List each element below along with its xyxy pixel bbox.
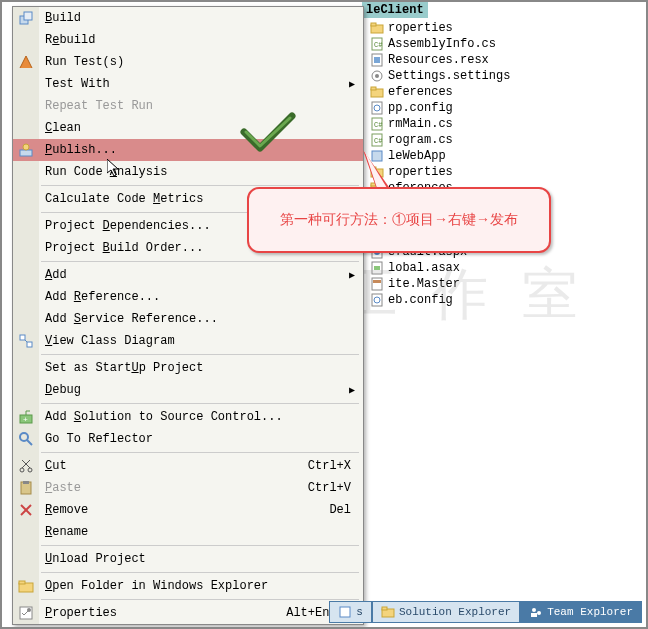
menu-item-debug[interactable]: Debug▶ (13, 379, 363, 401)
svg-rect-54 (382, 607, 387, 610)
tool-window-tabs: sSolution ExplorerTeam Explorer (329, 601, 642, 623)
tree-item-label: roperties (388, 165, 453, 179)
menu-item-label: Run Test(s) (45, 55, 124, 69)
menu-item-label: Add Solution to Source Control... (45, 410, 283, 424)
menu-item-add-solution-to-source-control[interactable]: +Add Solution to Source Control... (13, 406, 363, 428)
menu-separator (41, 545, 359, 546)
menu-item-rebuild[interactable]: Rebuild (13, 29, 363, 51)
menu-item-open-folder-in-windows-explorer[interactable]: Open Folder in Windows Explorer (13, 575, 363, 597)
svg-rect-31 (20, 150, 32, 156)
submenu-arrow-icon: ▶ (349, 384, 355, 396)
menu-item-label: Calculate Code Metrics (45, 192, 203, 206)
menu-item-label: Debug (45, 383, 81, 397)
tree-item[interactable]: C#rmMain.cs (370, 116, 646, 132)
proj-icon (370, 149, 384, 163)
svg-text:C#: C# (374, 121, 382, 129)
tree-item-label: rmMain.cs (388, 117, 453, 131)
menu-item-label: Project Build Order... (45, 241, 203, 255)
menu-item-run-code-analysis[interactable]: Run Code Analysis (13, 161, 363, 183)
menu-item-publish[interactable]: Publish... (13, 139, 363, 161)
tree-item[interactable]: eb.config (370, 292, 646, 308)
svg-rect-26 (373, 280, 381, 283)
menu-item-test-with[interactable]: Test With▶ (13, 73, 363, 95)
tree-item-label: roperties (388, 21, 453, 35)
menu-separator (41, 599, 359, 600)
tree-item[interactable]: C#rogram.cs (370, 132, 646, 148)
project-context-menu: BuildRebuildRun Test(s)Test With▶Repeat … (12, 6, 364, 625)
tree-item[interactable]: ite.Master (370, 276, 646, 292)
tab-team-explorer[interactable]: Team Explorer (520, 601, 642, 623)
svg-point-38 (20, 433, 28, 441)
svg-text:+: + (23, 415, 28, 424)
menu-item-build[interactable]: Build (13, 7, 363, 29)
cs-icon: C# (370, 117, 384, 131)
menu-item-label: Clean (45, 121, 81, 135)
svg-rect-18 (371, 167, 376, 170)
build-icon (18, 10, 34, 26)
menu-separator (41, 354, 359, 355)
file-tree: ropertiesC#AssemblyInfo.csResources.resx… (362, 18, 646, 308)
svg-rect-9 (371, 87, 376, 90)
cs-icon: C# (370, 37, 384, 51)
svg-rect-1 (371, 23, 376, 26)
resx-icon (370, 53, 384, 67)
menu-item-repeat-test-run: Repeat Test Run (13, 95, 363, 117)
tree-item-label: Settings.settings (388, 69, 510, 83)
svg-line-39 (27, 440, 32, 445)
menu-item-label: Publish... (45, 143, 117, 157)
menu-item-remove[interactable]: RemoveDel (13, 499, 363, 521)
svg-text:C#: C# (374, 41, 382, 49)
tree-item[interactable]: roperties (370, 164, 646, 180)
svg-point-7 (375, 74, 379, 78)
menu-item-set-as-startup-project[interactable]: Set as StartUp Project (13, 357, 363, 379)
tab-solution-explorer[interactable]: Solution Explorer (372, 601, 520, 623)
master-icon (370, 277, 384, 291)
folder-icon (18, 578, 34, 594)
tree-item[interactable]: roperties (370, 20, 646, 36)
menu-item-clean[interactable]: Clean (13, 117, 363, 139)
menu-item-view-class-diagram[interactable]: View Class Diagram (13, 330, 363, 352)
menu-shortcut: Ctrl+X (308, 459, 351, 473)
tree-item[interactable]: C#AssemblyInfo.cs (370, 36, 646, 52)
svg-point-55 (532, 608, 536, 612)
svg-point-40 (20, 468, 24, 472)
tree-item[interactable]: Resources.resx (370, 52, 646, 68)
svg-point-41 (28, 468, 32, 472)
menu-separator (41, 572, 359, 573)
cs-icon: C# (370, 133, 384, 147)
tree-item[interactable]: leWebApp (370, 148, 646, 164)
asax-icon (370, 261, 384, 275)
menu-item-cut[interactable]: CutCtrl+X (13, 455, 363, 477)
menu-item-properties[interactable]: PropertiesAlt+Enter (13, 602, 363, 624)
menu-item-label: Repeat Test Run (45, 99, 153, 113)
menu-item-label: Add (45, 268, 67, 282)
tree-item[interactable]: Settings.settings (370, 68, 646, 84)
tree-item[interactable]: pp.config (370, 100, 646, 116)
menu-separator (41, 261, 359, 262)
svg-rect-34 (27, 342, 32, 347)
menu-item-label: Run Code Analysis (45, 165, 167, 179)
menu-item-label: Go To Reflector (45, 432, 153, 446)
menu-item-go-to-reflector[interactable]: Go To Reflector (13, 428, 363, 450)
tab-s[interactable]: s (329, 601, 372, 623)
cut-icon (18, 458, 34, 474)
menu-item-run-test-s[interactable]: Run Test(s) (13, 51, 363, 73)
test-icon (18, 54, 34, 70)
tree-item-label: eb.config (388, 293, 453, 307)
menu-item-add-reference[interactable]: Add Reference... (13, 286, 363, 308)
menu-item-label: Paste (45, 481, 81, 495)
te-icon (529, 605, 543, 619)
svg-rect-57 (531, 613, 537, 617)
menu-separator (41, 185, 359, 186)
menu-item-rename[interactable]: Rename (13, 521, 363, 543)
tree-item[interactable]: lobal.asax (370, 260, 646, 276)
svg-rect-16 (372, 151, 382, 161)
menu-item-unload-project[interactable]: Unload Project (13, 548, 363, 570)
tree-item-label: leWebApp (388, 149, 446, 163)
settings-icon (370, 69, 384, 83)
o-icon (338, 605, 352, 619)
menu-separator (41, 452, 359, 453)
menu-item-add[interactable]: Add▶ (13, 264, 363, 286)
menu-item-add-service-reference[interactable]: Add Service Reference... (13, 308, 363, 330)
tree-item[interactable]: eferences (370, 84, 646, 100)
